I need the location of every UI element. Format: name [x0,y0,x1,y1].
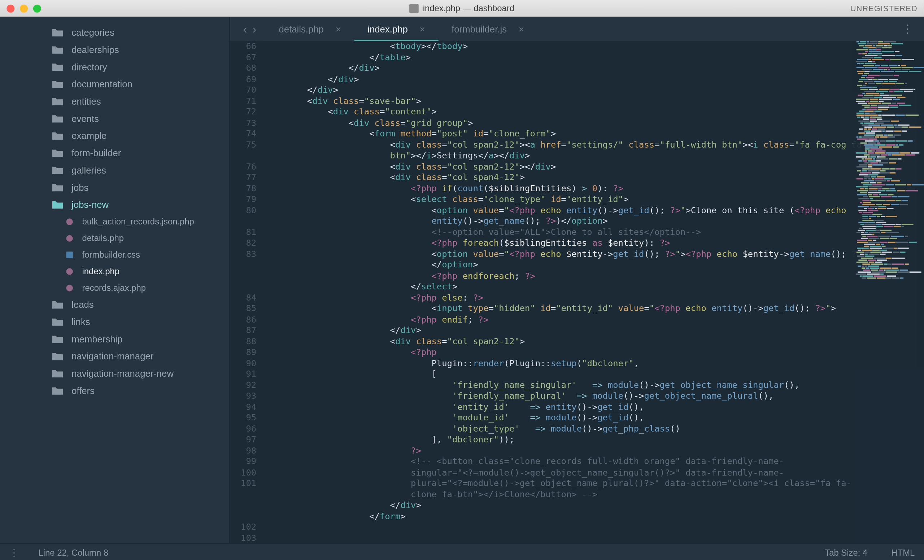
sidebar[interactable]: categoriesdealershipsdirectorydocumentat… [0,17,230,543]
sidebar-item-label: records.ajax.php [82,283,146,293]
php-file-icon [65,267,74,276]
close-window-button[interactable] [6,4,14,12]
sidebar-item-label: navigation-manager [72,351,153,362]
folder-icon [52,149,63,157]
sidebar-item-label: entities [72,96,101,106]
sidebar-item-categories[interactable]: categories [0,24,229,41]
nav-forward-icon[interactable]: › [252,22,256,36]
sidebar-item-dealerships[interactable]: dealerships [0,41,229,58]
syntax-mode[interactable]: HTML [891,548,915,558]
php-file-icon [65,217,74,226]
folder-icon [52,131,63,140]
sidebar-item-events[interactable]: events [0,110,229,127]
svg-rect-2 [66,251,73,258]
tab-details.php[interactable]: details.php× [266,17,354,41]
sidebar-item-form-builder[interactable]: form-builder [0,144,229,162]
main-area: categoriesdealershipsdirectorydocumentat… [0,17,924,543]
tab-formbuilder.js[interactable]: formbuilder.js× [438,17,537,41]
nav-back-icon[interactable]: ‹ [243,22,247,36]
folder-icon [52,114,63,123]
folder-icon [52,166,63,175]
folder-icon [52,369,63,378]
sidebar-item-label: leads [72,299,93,310]
sidebar-item-links[interactable]: links [0,313,229,331]
sidebar-item-navigation-manager[interactable]: navigation-manager [0,347,229,365]
sidebar-item-membership[interactable]: membership [0,331,229,348]
php-file-icon [65,283,74,293]
sidebar-item-documentation[interactable]: documentation [0,75,229,93]
folder-icon [52,28,63,37]
folder-icon [52,183,63,192]
folder-icon [52,335,63,343]
sidebar-item-example[interactable]: example [0,127,229,144]
sidebar-item-jobs[interactable]: jobs [0,179,229,196]
maximize-window-button[interactable] [33,4,41,12]
tab-size[interactable]: Tab Size: 4 [825,548,867,558]
tab-label: details.php [279,24,324,34]
sidebar-item-label: index.php [82,266,120,276]
folder-icon [52,386,63,395]
sidebar-item-offers[interactable]: offers [0,382,229,400]
sidebar-item-directory[interactable]: directory [0,58,229,75]
svg-point-1 [66,235,73,241]
sidebar-item-label: jobs [72,182,88,193]
svg-point-3 [66,268,73,274]
tab-index.php[interactable]: index.php× [354,17,438,41]
sidebar-item-label: dealerships [72,44,119,55]
editor-area: ‹ › details.php×index.php×formbuilder.js… [230,17,924,543]
tab-overflow-icon[interactable]: ⋮ [891,22,924,36]
sidebar-item-jobs-new[interactable]: jobs-new [0,196,229,213]
folder-icon [52,97,63,106]
unregistered-badge: UNREGISTERED [850,4,918,13]
sidebar-item-label: formbuilder.css [82,250,140,260]
sidebar-file-index.php[interactable]: index.php [0,263,229,280]
cursor-position[interactable]: Line 22, Column 8 [38,548,108,558]
css-file-icon [65,250,74,259]
folder-icon [52,300,63,309]
tab-label: index.php [368,24,408,34]
status-menu-icon[interactable]: ⋮ [9,547,19,558]
sidebar-item-label: categories [72,27,114,37]
php-file-icon [65,234,74,243]
sidebar-item-label: details.php [82,233,124,243]
svg-point-0 [66,218,73,225]
sidebar-item-navigation-manager-new[interactable]: navigation-manager-new [0,365,229,382]
sidebar-item-label: directory [72,62,107,72]
nav-arrows: ‹ › [234,22,266,36]
sidebar-file-bulk_action_records.json.php[interactable]: bulk_action_records.json.php [0,213,229,230]
sidebar-item-leads[interactable]: leads [0,296,229,313]
sidebar-item-entities[interactable]: entities [0,93,229,110]
sidebar-file-formbuilder.css[interactable]: formbuilder.css [0,246,229,263]
tab-label: formbuilder.js [452,24,507,34]
svg-point-4 [66,284,73,291]
sidebar-item-label: galleries [72,165,106,175]
sidebar-item-label: bulk_action_records.json.php [82,217,194,227]
sidebar-item-label: navigation-manager-new [72,368,174,379]
sidebar-item-label: form-builder [72,148,121,158]
tab-close-icon[interactable]: × [519,24,524,34]
folder-icon [52,317,63,326]
minimap[interactable] [852,41,924,543]
titlebar[interactable]: index.php — dashboard UNREGISTERED [0,0,924,17]
sidebar-item-label: jobs-new [72,199,109,210]
sidebar-item-galleries[interactable]: galleries [0,162,229,179]
tab-close-icon[interactable]: × [420,24,425,34]
title-text: index.php — dashboard [423,3,514,13]
folder-icon [52,63,63,71]
folder-icon [52,352,63,361]
sidebar-item-label: membership [72,334,122,344]
folder-icon [52,200,63,209]
sidebar-item-label: links [72,316,90,327]
traffic-lights [6,4,41,12]
tabs-row: ‹ › details.php×index.php×formbuilder.js… [230,17,924,41]
sidebar-item-label: documentation [72,79,132,89]
sidebar-file-records.ajax.php[interactable]: records.ajax.php [0,279,229,296]
tab-close-icon[interactable]: × [336,24,341,34]
folder-icon [52,80,63,88]
sidebar-file-details.php[interactable]: details.php [0,230,229,246]
sidebar-item-label: events [72,113,99,124]
code-region[interactable]: 6667686970717273747576777879808182838485… [230,41,924,543]
minimize-window-button[interactable] [20,4,28,12]
folder-icon [52,45,63,54]
code-content[interactable]: <tbody></tbody> </table> </div> </div> <… [263,41,924,543]
